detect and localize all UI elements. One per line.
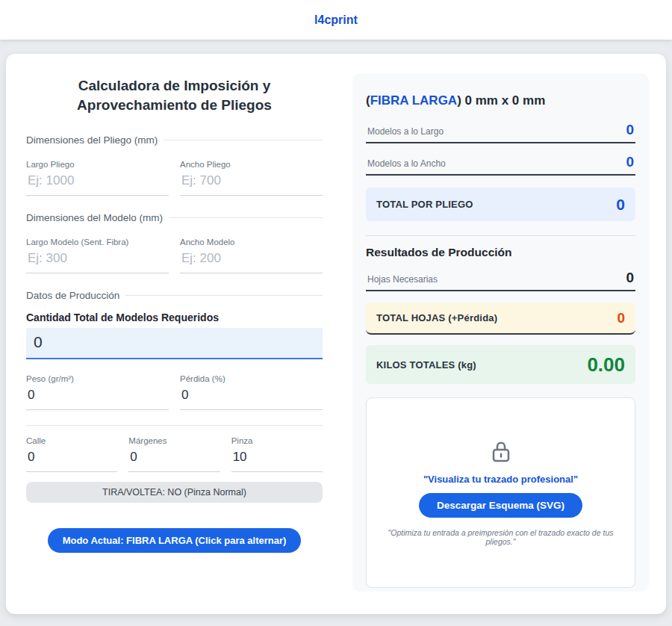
total-hojas-box: TOTAL HOJAS (+Pérdida) 0 (366, 303, 635, 335)
section-legend-produccion-label: Datos de Producción (26, 290, 119, 301)
largo-modelo-field: Largo Modelo (Sent. Fibra) (26, 233, 169, 273)
hojas-necesarias-value: 0 (626, 270, 634, 285)
calculator-form: Calculadora de Imposición y Aprovechamie… (26, 73, 323, 592)
calle-input[interactable] (26, 446, 117, 472)
section-legend-pliego-label: Dimensiones del Pliego (mm) (26, 134, 158, 146)
results-panel: (FIBRA LARGA) 0 mm x 0 mm Modelos a lo L… (352, 73, 649, 592)
pinza-field: Pinza (231, 432, 323, 472)
page-title: Calculadora de Imposición y Aprovechamie… (31, 76, 318, 115)
form-divider (26, 425, 323, 426)
brand-title: l4cprint (314, 13, 358, 27)
largo-modelo-input[interactable] (26, 247, 169, 273)
margenes-field: Márgenes (128, 432, 220, 472)
download-card: "Visualiza tu trazado profesional" Desca… (366, 397, 635, 588)
kilos-totales-label: KILOS TOTALES (kg) (376, 359, 476, 371)
kilos-totales-value: 0.00 (587, 355, 625, 374)
section-legend-produccion: Datos de Producción (26, 290, 323, 301)
peso-field: Peso (gr/m²) (26, 370, 169, 410)
mode-name: FIBRA LARGA (370, 93, 457, 108)
hojas-necesarias-row: Hojas Necesarias 0 (366, 259, 635, 291)
mode-paren-close: ) (457, 93, 464, 108)
section-legend-pliego: Dimensiones del Pliego (mm) (26, 134, 323, 146)
modelos-ancho-value: 0 (626, 155, 634, 169)
ancho-pliego-input[interactable] (180, 170, 323, 196)
cantidad-input[interactable] (26, 328, 323, 359)
largo-pliego-label: Largo Pliego (26, 160, 169, 169)
download-tagline: "Visualiza tu trazado profesional" (423, 474, 578, 485)
cantidad-label: Cantidad Total de Modelos Requeridos (26, 312, 323, 323)
modelos-largo-row: Modelos a lo Largo 0 (366, 111, 635, 143)
modo-fibra-button[interactable]: Modo Actual: FIBRA LARGA (Click para alt… (48, 528, 302, 553)
calle-margenes-pinza-row: Calle Márgenes Pinza (26, 432, 323, 472)
peso-input[interactable] (26, 384, 169, 410)
total-por-pliego-label: TOTAL POR PLIEGO (376, 199, 473, 210)
header-bar: l4cprint (0, 0, 672, 40)
modelos-ancho-row: Modelos a lo Ancho 0 (366, 143, 635, 176)
pinza-label: Pinza (231, 436, 323, 445)
ancho-pliego-label: Ancho Pliego (180, 160, 323, 169)
calle-field: Calle (26, 432, 117, 472)
perdida-field: Pérdida (%) (180, 370, 323, 410)
total-hojas-value: 0 (617, 311, 625, 325)
pliego-fields-row: Largo Pliego Ancho Pliego (26, 155, 323, 196)
lock-icon (490, 439, 512, 467)
total-por-pliego-box: TOTAL POR PLIEGO 0 (366, 188, 635, 221)
tira-voltea-button[interactable]: TIRA/VOLTEA: NO (Pinza Normal) (26, 482, 323, 503)
section-legend-modelo: Dimensiones del Modelo (mm) (26, 212, 323, 223)
modelos-largo-value: 0 (626, 123, 634, 137)
total-hojas-label: TOTAL HOJAS (+Pérdida) (376, 312, 497, 323)
pinza-input[interactable] (231, 446, 323, 472)
largo-pliego-field: Largo Pliego (26, 155, 169, 196)
peso-label: Peso (gr/m²) (26, 374, 169, 383)
calle-label: Calle (26, 436, 117, 445)
margenes-input[interactable] (128, 446, 220, 472)
ancho-modelo-label: Ancho Modelo (180, 238, 323, 247)
peso-perdida-row: Peso (gr/m²) Pérdida (%) (26, 370, 323, 410)
margenes-label: Márgenes (128, 436, 220, 445)
sheet-dimensions: 0 mm x 0 mm (465, 93, 546, 108)
download-quote: "Optimiza tu entrada a preimpresión con … (383, 528, 618, 546)
hojas-necesarias-label: Hojas Necesarias (367, 274, 438, 285)
download-svg-button[interactable]: Descargar Esquema (SVG) (419, 493, 582, 518)
ancho-modelo-input[interactable] (180, 247, 323, 273)
perdida-label: Pérdida (%) (180, 374, 323, 383)
main-card: Calculadora de Imposición y Aprovechamie… (6, 54, 666, 614)
largo-modelo-label: Largo Modelo (Sent. Fibra) (26, 238, 169, 247)
perdida-input[interactable] (180, 384, 323, 410)
largo-pliego-input[interactable] (26, 170, 169, 196)
ancho-pliego-field: Ancho Pliego (180, 155, 323, 196)
total-por-pliego-value: 0 (616, 196, 625, 212)
panel-divider (366, 235, 635, 236)
modelos-largo-label: Modelos a lo Largo (367, 126, 444, 137)
kilos-totales-box: KILOS TOTALES (kg) 0.00 (366, 345, 635, 384)
modelos-ancho-label: Modelos a lo Ancho (367, 158, 446, 169)
modelo-fields-row: Largo Modelo (Sent. Fibra) Ancho Modelo (26, 233, 323, 273)
produccion-subtitle: Resultados de Producción (366, 246, 635, 259)
section-legend-modelo-label: Dimensiones del Modelo (mm) (26, 212, 163, 223)
ancho-modelo-field: Ancho Modelo (180, 233, 323, 273)
results-header: (FIBRA LARGA) 0 mm x 0 mm (366, 93, 635, 108)
